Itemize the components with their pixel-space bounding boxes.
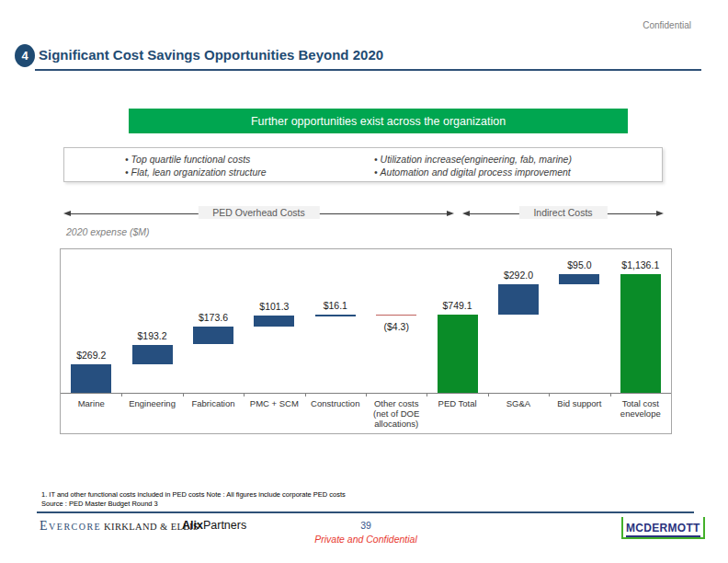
bar-value-label: $1,136.1 — [610, 259, 671, 270]
slide-number-badge: 4 — [15, 44, 35, 67]
bar-value-label: $16.1 — [305, 300, 366, 311]
category-label: Bid support — [551, 398, 608, 408]
category-label: SG&A — [490, 398, 547, 408]
mcdermott-logo-text: MCDERMOTT — [626, 522, 700, 537]
alixpartners-logo: AlixPartners — [182, 519, 246, 532]
waterfall-bar-increase — [315, 315, 356, 317]
indirect-costs-span-arrow: Indirect Costs — [462, 210, 664, 219]
axis-tick — [305, 393, 306, 396]
waterfall-bar-decrease — [376, 315, 416, 316]
axis-tick — [244, 393, 245, 396]
alix-logo-bold: Alix — [182, 519, 203, 532]
category-label: Total cost enevelope — [612, 398, 669, 419]
confidential-label: Confidential — [643, 20, 691, 30]
title-underline — [35, 69, 701, 71]
mcdermott-logo: MCDERMOTT — [621, 517, 705, 539]
waterfall-bar-increase — [132, 345, 173, 365]
ped-overhead-span-arrow: PED Overhead Costs — [63, 210, 454, 219]
category-label: PED Total — [428, 398, 485, 408]
bar-value-label: $101.3 — [244, 301, 304, 312]
waterfall-bar-increase — [559, 274, 599, 284]
bar-value-label: $173.6 — [183, 312, 244, 323]
bar-value-label: $269.2 — [61, 350, 121, 361]
arrow-right-icon — [447, 211, 454, 216]
waterfall-bar-total — [620, 274, 661, 393]
axis-tick — [121, 393, 122, 396]
classification-label: Private and Confidential — [274, 534, 458, 545]
highlight-bullet: Top quartile functional costs — [125, 153, 363, 166]
waterfall-bar-increase — [498, 284, 539, 315]
indirect-costs-label: Indirect Costs — [518, 206, 607, 219]
waterfall-chart: $269.2Marine$193.2Engineering$173.6Fabri… — [60, 248, 672, 434]
waterfall-bar-increase — [254, 316, 294, 327]
highlight-bullet: Automation and digital process improveme… — [374, 166, 572, 178]
axis-tick — [549, 393, 550, 396]
waterfall-bar-increase — [193, 327, 233, 345]
bar-value-label: $193.2 — [121, 330, 182, 341]
axis-tick — [610, 393, 611, 396]
highlight-bullet: Flat, lean organization structure — [125, 166, 363, 178]
evercore-logo: Evercore — [40, 519, 101, 534]
category-label: Other costs (net of DOE allocations) — [368, 398, 425, 429]
alix-logo-rest: Partners — [203, 519, 246, 532]
axis-tick — [366, 393, 367, 396]
chart-axis-note: 2020 expense ($M) — [66, 226, 149, 237]
category-label: Construction — [307, 398, 364, 408]
category-label: Fabrication — [185, 398, 242, 408]
axis-tick — [183, 393, 184, 396]
highlights-right-column: Utilization increase(engineering, fab, m… — [363, 148, 572, 181]
bar-value-label: $749.1 — [427, 300, 487, 311]
arrow-right-icon — [656, 211, 664, 216]
bar-value-label: $95.0 — [549, 259, 609, 270]
axis-tick — [427, 393, 427, 396]
highlight-bullet: Utilization increase(engineering, fab, m… — [374, 153, 572, 166]
footnote-line1: 1. IT and other functional costs include… — [41, 490, 346, 499]
highlights-left-column: Top quartile functional costs Flat, lean… — [64, 148, 363, 181]
bar-value-label: ($4.3) — [366, 321, 427, 332]
category-label: Marine — [63, 398, 119, 408]
waterfall-bar-increase — [71, 364, 111, 393]
page-number: 39 — [349, 520, 382, 531]
waterfall-bar-subtotal — [438, 315, 478, 393]
bar-value-label: $292.0 — [488, 270, 549, 281]
category-label: Engineering — [123, 398, 180, 408]
highlights-box: Top quartile functional costs Flat, lean… — [63, 147, 663, 182]
page-title: Significant Cost Savings Opportunities B… — [39, 47, 383, 63]
opportunities-banner: Further opportunities exist across the o… — [129, 109, 628, 133]
footer-divider — [37, 511, 694, 513]
footnote-line2: Source : PED Master Budget Round 3 — [41, 500, 158, 508]
axis-tick — [488, 393, 489, 396]
category-label: PMC + SCM — [245, 398, 302, 408]
ped-overhead-label: PED Overhead Costs — [198, 206, 319, 219]
